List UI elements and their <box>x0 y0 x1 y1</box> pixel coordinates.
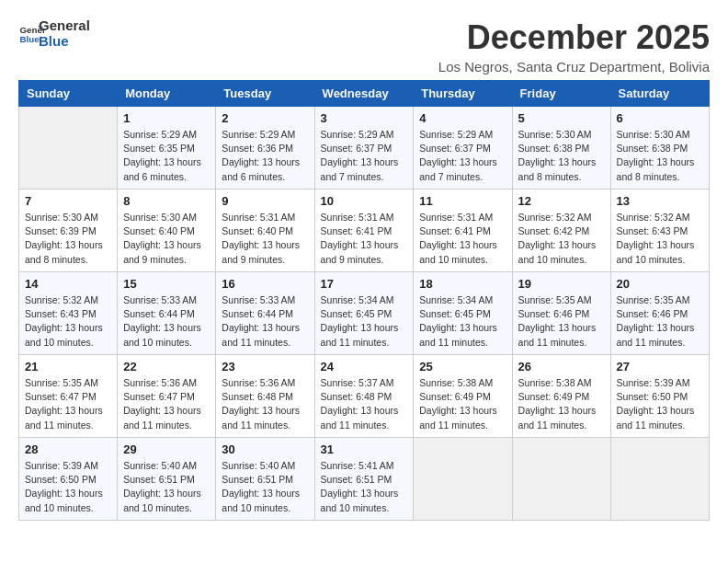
day-info: Sunrise: 5:29 AM Sunset: 6:36 PM Dayligh… <box>222 128 308 184</box>
calendar-week-row: 21Sunrise: 5:35 AM Sunset: 6:47 PM Dayli… <box>19 355 710 438</box>
day-info: Sunrise: 5:38 AM Sunset: 6:49 PM Dayligh… <box>518 376 605 432</box>
day-number: 26 <box>518 360 605 373</box>
logo-line1: General <box>39 18 90 34</box>
calendar-cell: 9Sunrise: 5:31 AM Sunset: 6:40 PM Daylig… <box>216 190 314 272</box>
day-info: Sunrise: 5:32 AM Sunset: 6:43 PM Dayligh… <box>617 211 703 267</box>
calendar-cell: 16Sunrise: 5:33 AM Sunset: 6:44 PM Dayli… <box>216 272 314 355</box>
day-info: Sunrise: 5:35 AM Sunset: 6:46 PM Dayligh… <box>617 293 703 350</box>
day-number: 27 <box>617 360 703 373</box>
day-info: Sunrise: 5:32 AM Sunset: 6:43 PM Dayligh… <box>25 293 111 350</box>
svg-text:Blue: Blue <box>19 34 40 44</box>
day-info: Sunrise: 5:30 AM Sunset: 6:39 PM Dayligh… <box>25 211 111 267</box>
day-info: Sunrise: 5:36 AM Sunset: 6:48 PM Dayligh… <box>222 376 308 432</box>
title-block: December 2025 Los Negros, Santa Cruz Dep… <box>438 18 710 75</box>
day-info: Sunrise: 5:39 AM Sunset: 6:50 PM Dayligh… <box>25 459 111 515</box>
day-info: Sunrise: 5:40 AM Sunset: 6:51 PM Dayligh… <box>222 459 308 515</box>
day-info: Sunrise: 5:33 AM Sunset: 6:44 PM Dayligh… <box>123 293 210 350</box>
logo: General Blue General Blue <box>18 18 90 49</box>
calendar-week-row: 28Sunrise: 5:39 AM Sunset: 6:50 PM Dayli… <box>19 438 710 521</box>
day-info: Sunrise: 5:38 AM Sunset: 6:49 PM Dayligh… <box>419 376 506 432</box>
day-number: 10 <box>321 194 408 208</box>
day-info: Sunrise: 5:30 AM Sunset: 6:38 PM Dayligh… <box>617 128 703 184</box>
day-info: Sunrise: 5:30 AM Sunset: 6:38 PM Dayligh… <box>518 128 605 184</box>
calendar-cell: 12Sunrise: 5:32 AM Sunset: 6:42 PM Dayli… <box>512 190 610 272</box>
calendar-cell: 26Sunrise: 5:38 AM Sunset: 6:49 PM Dayli… <box>512 355 610 438</box>
calendar-cell: 8Sunrise: 5:30 AM Sunset: 6:40 PM Daylig… <box>118 190 216 272</box>
calendar-cell: 10Sunrise: 5:31 AM Sunset: 6:41 PM Dayli… <box>314 190 414 272</box>
day-number: 9 <box>222 194 308 208</box>
day-number: 12 <box>518 194 605 208</box>
location-subtitle: Los Negros, Santa Cruz Department, Boliv… <box>438 59 710 75</box>
calendar-cell: 18Sunrise: 5:34 AM Sunset: 6:45 PM Dayli… <box>414 272 512 355</box>
day-number: 17 <box>321 277 408 291</box>
day-number: 30 <box>222 442 308 456</box>
day-number: 16 <box>222 277 308 291</box>
day-number: 11 <box>419 194 506 208</box>
day-number: 28 <box>25 442 111 456</box>
calendar-cell: 29Sunrise: 5:40 AM Sunset: 6:51 PM Dayli… <box>118 438 216 521</box>
day-info: Sunrise: 5:31 AM Sunset: 6:41 PM Dayligh… <box>321 211 408 267</box>
day-info: Sunrise: 5:39 AM Sunset: 6:50 PM Dayligh… <box>617 376 703 432</box>
day-info: Sunrise: 5:31 AM Sunset: 6:41 PM Dayligh… <box>419 211 506 267</box>
calendar-cell: 21Sunrise: 5:35 AM Sunset: 6:47 PM Dayli… <box>19 355 118 438</box>
calendar-cell: 19Sunrise: 5:35 AM Sunset: 6:46 PM Dayli… <box>512 272 610 355</box>
calendar-cell <box>610 438 709 521</box>
calendar-cell: 15Sunrise: 5:33 AM Sunset: 6:44 PM Dayli… <box>118 272 216 355</box>
calendar-cell: 14Sunrise: 5:32 AM Sunset: 6:43 PM Dayli… <box>19 272 118 355</box>
page-header: General Blue General Blue December 2025 … <box>18 18 710 75</box>
weekday-header-row: SundayMondayTuesdayWednesdayThursdayFrid… <box>19 81 710 107</box>
day-info: Sunrise: 5:36 AM Sunset: 6:47 PM Dayligh… <box>123 376 210 432</box>
calendar-cell: 2Sunrise: 5:29 AM Sunset: 6:36 PM Daylig… <box>216 107 314 190</box>
weekday-header: Sunday <box>19 81 118 107</box>
calendar-week-row: 1Sunrise: 5:29 AM Sunset: 6:35 PM Daylig… <box>19 107 710 190</box>
calendar-cell: 28Sunrise: 5:39 AM Sunset: 6:50 PM Dayli… <box>19 438 118 521</box>
month-title: December 2025 <box>438 18 710 57</box>
calendar-cell: 31Sunrise: 5:41 AM Sunset: 6:51 PM Dayli… <box>314 438 414 521</box>
weekday-header: Wednesday <box>314 81 414 107</box>
day-info: Sunrise: 5:31 AM Sunset: 6:40 PM Dayligh… <box>222 211 308 267</box>
logo-line2: Blue <box>39 34 90 50</box>
day-number: 25 <box>419 360 506 373</box>
weekday-header: Thursday <box>414 81 512 107</box>
day-number: 22 <box>123 360 210 373</box>
day-number: 21 <box>25 360 111 373</box>
weekday-header: Tuesday <box>216 81 314 107</box>
calendar-cell: 11Sunrise: 5:31 AM Sunset: 6:41 PM Dayli… <box>414 190 512 272</box>
day-number: 1 <box>123 111 210 125</box>
day-info: Sunrise: 5:37 AM Sunset: 6:48 PM Dayligh… <box>321 376 408 432</box>
day-info: Sunrise: 5:41 AM Sunset: 6:51 PM Dayligh… <box>321 459 408 515</box>
day-number: 18 <box>419 277 506 291</box>
calendar-cell: 13Sunrise: 5:32 AM Sunset: 6:43 PM Dayli… <box>610 190 709 272</box>
day-info: Sunrise: 5:32 AM Sunset: 6:42 PM Dayligh… <box>518 211 605 267</box>
calendar-cell: 17Sunrise: 5:34 AM Sunset: 6:45 PM Dayli… <box>314 272 414 355</box>
calendar-cell: 7Sunrise: 5:30 AM Sunset: 6:39 PM Daylig… <box>19 190 118 272</box>
weekday-header: Saturday <box>610 81 709 107</box>
calendar-cell: 20Sunrise: 5:35 AM Sunset: 6:46 PM Dayli… <box>610 272 709 355</box>
calendar-cell <box>512 438 610 521</box>
day-info: Sunrise: 5:29 AM Sunset: 6:35 PM Dayligh… <box>123 128 210 184</box>
calendar-cell: 1Sunrise: 5:29 AM Sunset: 6:35 PM Daylig… <box>118 107 216 190</box>
day-number: 31 <box>321 442 408 456</box>
day-info: Sunrise: 5:29 AM Sunset: 6:37 PM Dayligh… <box>321 128 408 184</box>
day-number: 20 <box>617 277 703 291</box>
calendar-cell: 5Sunrise: 5:30 AM Sunset: 6:38 PM Daylig… <box>512 107 610 190</box>
day-number: 19 <box>518 277 605 291</box>
weekday-header: Friday <box>512 81 610 107</box>
day-number: 15 <box>123 277 210 291</box>
day-info: Sunrise: 5:33 AM Sunset: 6:44 PM Dayligh… <box>222 293 308 350</box>
calendar-cell: 25Sunrise: 5:38 AM Sunset: 6:49 PM Dayli… <box>414 355 512 438</box>
calendar-cell: 27Sunrise: 5:39 AM Sunset: 6:50 PM Dayli… <box>610 355 709 438</box>
calendar-cell: 3Sunrise: 5:29 AM Sunset: 6:37 PM Daylig… <box>314 107 414 190</box>
day-number: 7 <box>25 194 111 208</box>
calendar-cell <box>19 107 118 190</box>
weekday-header: Monday <box>118 81 216 107</box>
day-info: Sunrise: 5:35 AM Sunset: 6:46 PM Dayligh… <box>518 293 605 350</box>
day-info: Sunrise: 5:34 AM Sunset: 6:45 PM Dayligh… <box>321 293 408 350</box>
day-number: 24 <box>321 360 408 373</box>
day-number: 3 <box>321 111 408 125</box>
calendar-cell: 23Sunrise: 5:36 AM Sunset: 6:48 PM Dayli… <box>216 355 314 438</box>
day-number: 13 <box>617 194 703 208</box>
calendar-cell: 6Sunrise: 5:30 AM Sunset: 6:38 PM Daylig… <box>610 107 709 190</box>
day-number: 14 <box>25 277 111 291</box>
calendar-cell <box>414 438 512 521</box>
